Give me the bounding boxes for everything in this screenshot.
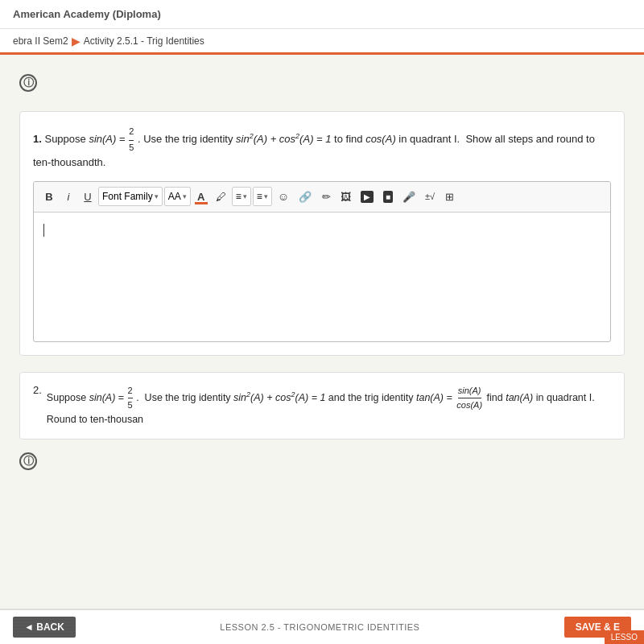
header-title: American Academy (Diploma) xyxy=(13,8,161,20)
math-cos-a: cos(A) xyxy=(365,133,396,145)
info-icon[interactable]: ⓘ xyxy=(19,74,37,92)
list-icon: ≡ xyxy=(257,191,262,202)
align-icon: ≡ xyxy=(236,191,242,202)
formula-icon: ±√ xyxy=(425,192,435,201)
font-size-arrow: ▾ xyxy=(183,192,187,200)
q2-info-row: ⓘ xyxy=(19,449,625,473)
question1-block: 1. Suppose sin(A) = 2 5 . Use the trig i… xyxy=(19,111,625,356)
emoji-button[interactable]: ☺ xyxy=(274,187,293,206)
math-sin-a: sin(A) xyxy=(89,133,116,145)
fraction-2-5: 2 5 xyxy=(128,133,138,145)
breadcrumb-separator: ▶ xyxy=(72,35,80,47)
question2-text: Suppose sin(A) = 2 5 . Use the trig iden… xyxy=(47,384,611,427)
link-icon: 🔗 xyxy=(299,191,312,203)
question2-number: 2. xyxy=(33,384,42,396)
emoji-icon: ☺ xyxy=(278,190,289,203)
q2-identity1: sin2(A) + cos2(A) = 1 xyxy=(233,392,325,403)
breadcrumb-course: ebra II Sem2 xyxy=(13,35,68,47)
breadcrumb-bar: ebra II Sem2 ▶ Activity 2.5.1 - Trig Ide… xyxy=(0,29,644,55)
q2-tan-a: tan(A) xyxy=(506,392,533,403)
list-arrow: ▾ xyxy=(264,192,268,200)
image-icon: 🖼 xyxy=(341,191,351,203)
table-icon: ⊞ xyxy=(445,191,454,203)
mic-icon: 🎤 xyxy=(402,191,415,203)
q2-fraction: 2 5 xyxy=(127,392,137,403)
video-button[interactable]: ▶ xyxy=(357,187,378,206)
info-row: ⓘ xyxy=(19,68,625,98)
link-button[interactable]: 🔗 xyxy=(295,187,316,206)
q2-identity2: tan(A) = sin(A) cos(A) xyxy=(416,392,487,403)
q2-info-icon[interactable]: ⓘ xyxy=(19,452,37,470)
italic-button[interactable]: i xyxy=(60,187,77,206)
align-dropdown[interactable]: ≡ ▾ xyxy=(232,187,251,206)
font-family-dropdown[interactable]: Font Family ▾ xyxy=(98,187,163,206)
lesson-label: LESSON 2.5 - TRIGONOMETRIC IDENTITIES xyxy=(220,622,419,632)
video-icon: ▶ xyxy=(361,191,374,203)
screen: American Academy (Diploma) ebra II Sem2 … xyxy=(0,0,644,644)
top-header: American Academy (Diploma) xyxy=(0,0,644,29)
bottom-nav: ◄ BACK LESSON 2.5 - TRIGONOMETRIC IDENTI… xyxy=(0,609,644,644)
main-content: ⓘ 1. Suppose sin(A) = 2 5 . Use the trig… xyxy=(0,55,644,609)
question2-block: 2. Suppose sin(A) = 2 5 . Use the trig i… xyxy=(19,372,625,440)
film-icon: ■ xyxy=(383,191,393,203)
formula-button[interactable]: ±√ xyxy=(421,187,439,206)
bold-button[interactable]: B xyxy=(40,187,58,206)
font-color-button[interactable]: A xyxy=(192,187,210,206)
pen-button[interactable]: 🖊 xyxy=(212,187,230,206)
align-arrow: ▾ xyxy=(243,192,247,200)
underline-button[interactable]: U xyxy=(79,187,97,206)
image-button[interactable]: 🖼 xyxy=(336,187,355,206)
lesson-tab[interactable]: LESSO xyxy=(605,630,644,644)
font-color-icon: A xyxy=(197,191,204,203)
breadcrumb-activity: Activity 2.5.1 - Trig Identities xyxy=(84,35,204,47)
edit-button[interactable]: ✏ xyxy=(317,187,335,206)
editor-toolbar: B i U Font Family ▾ AA ▾ A xyxy=(34,182,610,213)
mic-button[interactable]: 🎤 xyxy=(398,187,419,206)
editor-container: B i U Font Family ▾ AA ▾ A xyxy=(33,181,611,342)
table-button[interactable]: ⊞ xyxy=(440,187,458,206)
editor-body[interactable] xyxy=(34,213,610,341)
edit-icon: ✏ xyxy=(322,191,331,203)
text-cursor xyxy=(43,224,44,237)
pen-icon: 🖊 xyxy=(216,191,226,203)
film-button[interactable]: ■ xyxy=(379,187,397,206)
list-dropdown[interactable]: ≡ ▾ xyxy=(253,187,272,206)
q2-sin-a: sin(A) xyxy=(89,392,116,403)
font-color-bar xyxy=(195,202,208,204)
question1-text: 1. Suppose sin(A) = 2 5 . Use the trig i… xyxy=(33,125,611,171)
font-size-dropdown[interactable]: AA ▾ xyxy=(164,187,191,206)
back-button[interactable]: ◄ BACK xyxy=(13,617,76,638)
math-identity1: sin2(A) + cos2(A) = 1 xyxy=(236,133,331,145)
font-size-label: AA xyxy=(168,191,181,202)
font-family-arrow: ▾ xyxy=(155,192,159,200)
question1-number: 1. xyxy=(33,133,42,145)
